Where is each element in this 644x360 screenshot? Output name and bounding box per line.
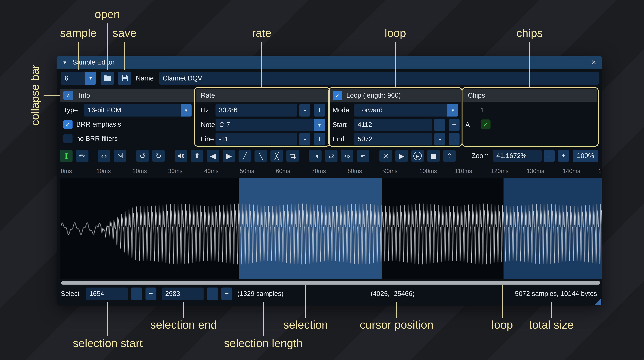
crop-icon bbox=[289, 152, 296, 159]
ruler-label: 10ms bbox=[96, 168, 111, 174]
zoom-increment-button[interactable]: + bbox=[558, 150, 569, 162]
zoom-input[interactable]: 41.1672% bbox=[493, 150, 542, 162]
stretch-button[interactable]: ⇹ bbox=[341, 150, 354, 162]
zoom-reset-button[interactable]: 100% bbox=[573, 150, 598, 162]
edit-select-button[interactable]: I bbox=[60, 150, 72, 162]
select-label: Select bbox=[61, 288, 80, 300]
amplify-button[interactable] bbox=[175, 150, 188, 162]
x-icon: × bbox=[383, 152, 388, 160]
window-collapse-icon[interactable]: ▼ bbox=[62, 60, 67, 65]
ruler-label: 60ms bbox=[276, 168, 290, 174]
waveform-area[interactable] bbox=[60, 178, 602, 279]
upload-to-chip-button[interactable]: ⇪ bbox=[443, 150, 456, 162]
stop-icon: ■ bbox=[430, 152, 437, 160]
stop-preview-button[interactable]: ■ bbox=[427, 150, 440, 162]
crossfade-button[interactable]: × bbox=[380, 150, 392, 162]
no-brr-filters-label: no BRR filters bbox=[76, 133, 118, 144]
resize-icon: ↔ bbox=[101, 152, 107, 160]
selection-start-input[interactable]: 1654 bbox=[86, 288, 128, 300]
brr-emphasis-checkbox[interactable]: ✓ bbox=[63, 120, 73, 129]
chevron-down-icon: ▼ bbox=[85, 72, 96, 85]
annotation-line-loop-bottom bbox=[502, 285, 503, 318]
triangle-left-icon: ◀ bbox=[210, 152, 216, 160]
fade-out-button[interactable]: ╲ bbox=[254, 150, 267, 162]
selection-end-input[interactable]: 2983 bbox=[162, 288, 204, 300]
edit-draw-button[interactable]: ✏ bbox=[76, 150, 88, 162]
annotation-line-loop bbox=[395, 42, 396, 87]
annotation-cursor-position: cursor position bbox=[360, 318, 434, 332]
selection-start-increment-button[interactable]: + bbox=[146, 288, 156, 300]
ruler-label: 0ms bbox=[61, 168, 72, 174]
preview-selection-button[interactable]: ▶ bbox=[411, 150, 424, 162]
scrollbar-thumb[interactable] bbox=[61, 281, 600, 284]
mix-paste-button[interactable]: ⇄ bbox=[325, 150, 338, 162]
zoom-decrement-button[interactable]: - bbox=[544, 150, 555, 162]
save-button[interactable] bbox=[118, 72, 131, 85]
waveform-scrollbar[interactable] bbox=[60, 281, 602, 285]
selection-start-decrement-button[interactable]: - bbox=[131, 288, 142, 300]
insert-icon: ⇥ bbox=[312, 152, 318, 160]
selection-end-decrement-button[interactable]: - bbox=[207, 288, 218, 300]
close-icon[interactable]: × bbox=[591, 56, 596, 69]
type-dropdown[interactable]: 16-bit PCM ▼ bbox=[84, 104, 192, 116]
redo-button[interactable]: ↻ bbox=[152, 150, 165, 162]
sample-index-dropdown[interactable]: 6 ▼ bbox=[61, 72, 96, 85]
resize-button[interactable]: ↔ bbox=[98, 150, 110, 162]
time-ruler: 0ms 10ms 20ms 30ms 40ms 50ms 60ms 70ms 8… bbox=[60, 166, 602, 177]
annotation-line-sample bbox=[78, 42, 79, 70]
info-collapse-button[interactable]: ∧ bbox=[63, 91, 74, 100]
filter-button[interactable]: ≈ bbox=[357, 150, 370, 162]
trim-button[interactable] bbox=[286, 150, 299, 162]
chevron-up-icon: ∧ bbox=[66, 92, 70, 98]
invert-button[interactable]: ▶ bbox=[222, 150, 235, 162]
annotation-sample: sample bbox=[60, 27, 96, 40]
loop-annotation-outline bbox=[328, 87, 462, 147]
selection-end-increment-button[interactable]: + bbox=[222, 288, 232, 300]
ruler-label: 110ms bbox=[455, 168, 472, 174]
chips-annotation-outline bbox=[462, 87, 599, 147]
waveform-canvas[interactable] bbox=[60, 178, 602, 279]
i-beam-icon: I bbox=[64, 152, 68, 160]
resize-grip[interactable] bbox=[595, 298, 601, 305]
resample-button[interactable]: ⇲ bbox=[114, 150, 126, 162]
preview-button[interactable]: ▶ bbox=[396, 150, 408, 162]
undo-button[interactable]: ↺ bbox=[136, 150, 149, 162]
ruler-label: 100ms bbox=[419, 168, 437, 174]
annotation-collapse-bar: collapse bar bbox=[29, 65, 42, 126]
check-icon: ✓ bbox=[65, 121, 70, 128]
annotation-line-open bbox=[107, 23, 108, 70]
fade-out-icon: ╲ bbox=[259, 152, 263, 160]
annotation-chips: chips bbox=[516, 27, 543, 40]
ruler-label: 150 bbox=[598, 168, 602, 174]
annotation-selection: selection bbox=[283, 318, 328, 332]
resample-icon: ⇲ bbox=[117, 152, 123, 160]
titlebar[interactable]: ▼ Sample Editor × bbox=[56, 56, 602, 69]
insert-button[interactable]: ⇥ bbox=[309, 150, 322, 162]
ruler-label: 140ms bbox=[562, 168, 580, 174]
open-button[interactable] bbox=[100, 72, 114, 85]
annotation-loop: loop bbox=[384, 27, 406, 40]
wave-icon: ≈ bbox=[360, 152, 366, 160]
fade-in-icon: ╱ bbox=[243, 152, 247, 160]
annotation-selection-length: selection length bbox=[224, 337, 303, 350]
no-brr-filters-checkbox[interactable] bbox=[63, 134, 73, 144]
annotation-selection-end: selection end bbox=[150, 318, 217, 332]
sample-index-value: 6 bbox=[61, 72, 85, 85]
silence-button[interactable]: ╳ bbox=[270, 150, 283, 162]
ruler-label: 30ms bbox=[168, 168, 182, 174]
redo-icon: ↻ bbox=[156, 152, 162, 160]
annotation-line-save bbox=[124, 42, 125, 70]
zoom-label: Zoom bbox=[472, 150, 489, 162]
name-label: Name bbox=[136, 72, 154, 85]
stretch-icon: ⇹ bbox=[344, 152, 350, 160]
speaker-icon bbox=[177, 152, 185, 159]
ruler-label: 40ms bbox=[204, 168, 218, 174]
fade-in-button[interactable]: ╱ bbox=[238, 150, 251, 162]
total-size-text: 5072 samples, 10144 bytes bbox=[515, 288, 597, 300]
name-input[interactable]: Clarinet DQV bbox=[159, 72, 599, 85]
normalize-button[interactable]: ⇕ bbox=[191, 150, 204, 162]
cursor-position-text: (4025, -25466) bbox=[371, 288, 415, 300]
annotation-save: save bbox=[112, 27, 136, 40]
reverse-button[interactable]: ◀ bbox=[207, 150, 219, 162]
undo-icon: ↺ bbox=[140, 152, 146, 160]
